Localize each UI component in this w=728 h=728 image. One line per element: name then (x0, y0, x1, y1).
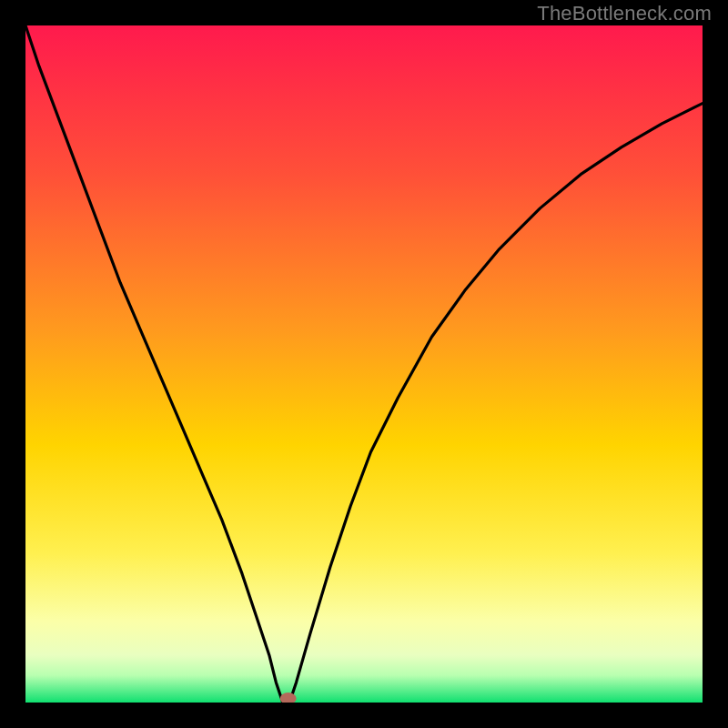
watermark-text: TheBottleneck.com (537, 2, 712, 25)
chart-container: TheBottleneck.com (0, 0, 728, 728)
plot-area (25, 25, 703, 703)
bottleneck-chart (25, 25, 703, 703)
gradient-background (25, 25, 703, 703)
